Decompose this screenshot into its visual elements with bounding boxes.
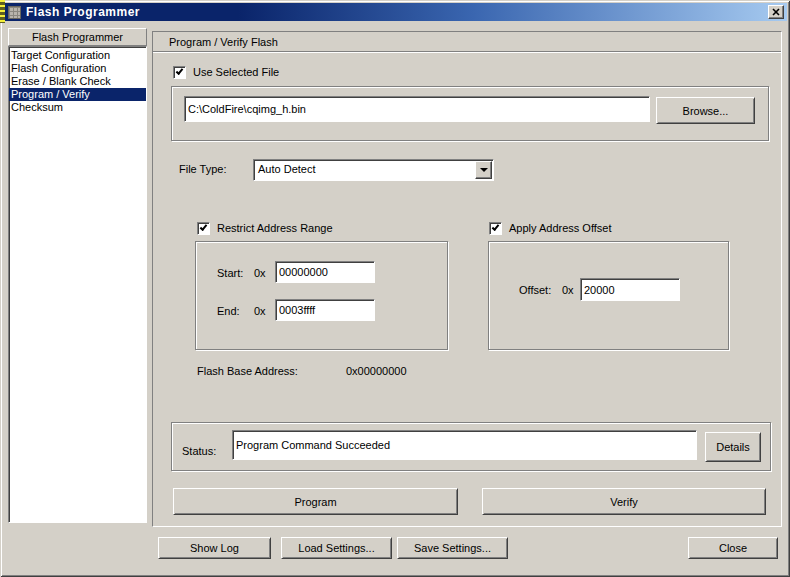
app-icon — [8, 6, 21, 19]
apply-address-offset-checkbox[interactable] — [489, 222, 502, 235]
close-icon — [772, 8, 780, 16]
show-log-button[interactable]: Show Log — [158, 537, 271, 559]
titlebar[interactable]: Flash Programmer — [3, 3, 787, 21]
start-hex-prefix: 0x — [254, 267, 266, 280]
sidebar-item-erase-blank-check[interactable]: Erase / Blank Check — [9, 75, 146, 88]
program-button[interactable]: Program — [173, 488, 458, 515]
program-verify-panel: Program / Verify Flash Use Selected File… — [152, 31, 782, 527]
flash-base-address-label: Flash Base Address: — [197, 365, 298, 378]
start-address-input[interactable] — [275, 261, 375, 283]
browse-button[interactable]: Browse... — [656, 97, 755, 124]
status-input[interactable] — [232, 430, 697, 460]
left-edge-decoration — [0, 0, 5, 23]
checkmark-icon — [200, 223, 208, 231]
offset-input[interactable] — [580, 278, 680, 301]
window-title: Flash Programmer — [26, 5, 140, 19]
checkmark-icon — [492, 223, 500, 231]
load-settings-button[interactable]: Load Settings... — [281, 537, 392, 559]
start-label: Start: — [217, 267, 243, 280]
sidebar-item-program-verify[interactable]: Program / Verify — [9, 88, 146, 101]
details-button[interactable]: Details — [705, 432, 761, 462]
end-address-input[interactable] — [275, 299, 375, 321]
verify-button[interactable]: Verify — [482, 488, 766, 515]
file-groupbox: Browse... — [171, 86, 769, 141]
sidebar-list: Target Configuration Flash Configuration… — [8, 46, 147, 523]
status-label: Status: — [182, 445, 216, 458]
panel-title: Program / Verify Flash — [169, 36, 278, 48]
file-path-input[interactable] — [184, 96, 650, 122]
save-settings-button[interactable]: Save Settings... — [397, 537, 508, 559]
offset-label: Offset: — [519, 284, 551, 297]
sidebar-header: Flash Programmer — [8, 28, 147, 46]
panel-header-separator — [153, 51, 781, 53]
address-range-groupbox: Start: 0x End: 0x — [195, 241, 448, 350]
flash-programmer-window: Flash Programmer Flash Programmer Target… — [0, 0, 790, 577]
use-selected-file-label: Use Selected File — [193, 66, 279, 79]
end-hex-prefix: 0x — [254, 305, 266, 318]
restrict-address-range-label: Restrict Address Range — [217, 222, 333, 235]
file-type-label: File Type: — [179, 163, 227, 176]
apply-address-offset-label: Apply Address Offset — [509, 222, 612, 235]
restrict-address-range-checkbox[interactable] — [197, 222, 210, 235]
chevron-down-icon — [480, 168, 488, 172]
file-type-value: Auto Detect — [258, 163, 315, 175]
combobox-dropdown-button[interactable] — [475, 161, 492, 179]
close-window-button[interactable]: Close — [688, 537, 778, 559]
sidebar-item-checksum[interactable]: Checksum — [9, 101, 146, 114]
flash-base-address-value: 0x00000000 — [346, 365, 407, 378]
offset-hex-prefix: 0x — [562, 284, 574, 297]
file-type-combobox[interactable]: Auto Detect — [253, 159, 494, 181]
checkmark-icon — [176, 67, 184, 75]
address-offset-groupbox: Offset: 0x — [488, 241, 729, 350]
use-selected-file-checkbox[interactable] — [173, 66, 186, 79]
sidebar-item-target-configuration[interactable]: Target Configuration — [9, 49, 146, 62]
close-button[interactable] — [768, 5, 784, 19]
status-groupbox: Status: Details — [171, 422, 771, 471]
end-label: End: — [217, 305, 240, 318]
sidebar-item-flash-configuration[interactable]: Flash Configuration — [9, 62, 146, 75]
